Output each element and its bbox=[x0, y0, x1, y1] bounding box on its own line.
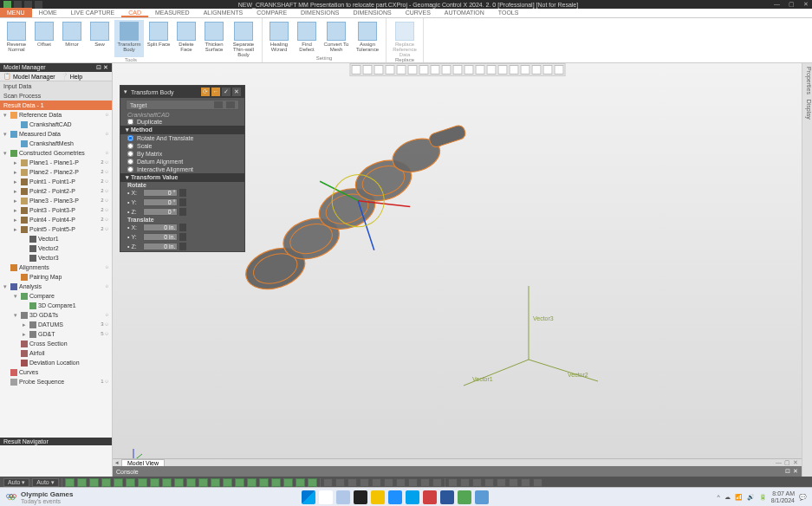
dialog-titlebar[interactable]: ▾ Transform Body ⟳ ← ✓ ✕ bbox=[120, 86, 244, 98]
vp-tool-15[interactable] bbox=[509, 65, 518, 75]
tree-item[interactable]: CrankshaftCAD bbox=[0, 120, 112, 129]
tree-header-result[interactable]: Result Data - 1 bbox=[0, 101, 112, 110]
sel-tool-8[interactable] bbox=[150, 478, 159, 487]
tree-item[interactable]: ▾Compare bbox=[0, 291, 112, 301]
translate-y-input[interactable]: 0 in. bbox=[143, 233, 178, 241]
dialog-collapse-icon[interactable]: ▾ bbox=[124, 88, 127, 95]
taskbar-clock[interactable]: 8:07 AM 8/1/2024 bbox=[771, 490, 795, 504]
panel-pin-icon[interactable]: ⊡ ✕ bbox=[96, 64, 108, 71]
reverse-normal-button[interactable]: Reverse Normal bbox=[3, 20, 29, 57]
tree-item[interactable]: Pairing Map bbox=[0, 272, 112, 282]
tab-prev-button[interactable]: ◂ bbox=[113, 459, 121, 466]
vp-tool-11[interactable] bbox=[464, 65, 473, 75]
tab-dimensions[interactable]: DIMENSIONS bbox=[294, 8, 346, 17]
tab-min-icon[interactable]: — bbox=[776, 459, 782, 466]
tab-properties[interactable]: Properties bbox=[806, 67, 812, 94]
sel-tool-12[interactable] bbox=[198, 478, 208, 487]
tab-home[interactable]: HOME bbox=[32, 8, 64, 17]
sew-button[interactable]: Sew bbox=[87, 20, 113, 57]
taskview-button[interactable] bbox=[336, 490, 350, 504]
tab-alignments[interactable]: ALIGNMENTS bbox=[197, 8, 250, 17]
vp-tool-7[interactable] bbox=[419, 65, 428, 75]
misc-tool-8[interactable] bbox=[408, 478, 418, 487]
tab-tools[interactable]: TOOLS bbox=[491, 8, 526, 17]
method-radio-2[interactable] bbox=[127, 151, 133, 157]
translate-x-spinner[interactable] bbox=[179, 224, 186, 231]
sel-tool-5[interactable] bbox=[114, 478, 123, 487]
sel-tool-16[interactable] bbox=[247, 478, 257, 487]
method-radio-3[interactable] bbox=[127, 159, 133, 165]
tray-battery-icon[interactable]: 🔋 bbox=[759, 494, 767, 501]
misc-tool-16[interactable] bbox=[509, 478, 518, 487]
right-edge-tabs[interactable]: Properties Display bbox=[802, 63, 812, 477]
translate-y-spinner[interactable] bbox=[179, 233, 186, 241]
tray-volume-icon[interactable]: 🔊 bbox=[747, 494, 755, 501]
tree-item[interactable]: ▸Point1 - Point1-P2 ○ bbox=[0, 177, 112, 186]
crankshaft-model[interactable] bbox=[208, 111, 503, 302]
vp-tool-3[interactable] bbox=[374, 65, 383, 75]
vp-tool-13[interactable] bbox=[486, 65, 496, 75]
misc-tool-6[interactable] bbox=[384, 478, 393, 487]
sel-tool-4[interactable] bbox=[101, 478, 111, 487]
tree-item[interactable]: ▸Point2 - Point2-P2 ○ bbox=[0, 186, 112, 196]
mirror-button[interactable]: Mirror bbox=[59, 20, 85, 57]
misc-tool-5[interactable] bbox=[372, 478, 381, 487]
vp-tool-8[interactable] bbox=[430, 65, 439, 75]
misc-tool-17[interactable] bbox=[521, 478, 530, 487]
tree-item[interactable]: Deviation Location bbox=[0, 358, 112, 367]
tab-dimensions-2[interactable]: DIMENSIONS bbox=[346, 8, 398, 17]
tab-automation[interactable]: AUTOMATION bbox=[438, 8, 491, 17]
tab-close-icon[interactable]: ✕ bbox=[793, 459, 798, 466]
tree-item[interactable]: ▸Plane2 - Plane2-P2 ○ bbox=[0, 167, 112, 177]
misc-tool-18[interactable] bbox=[533, 478, 542, 487]
sel-tool-2[interactable] bbox=[77, 478, 87, 487]
misc-tool-15[interactable] bbox=[497, 478, 506, 487]
tab-display[interactable]: Display bbox=[806, 100, 812, 120]
tray-chevron-icon[interactable]: ^ bbox=[717, 494, 719, 500]
tab-model-manager[interactable]: 📋 Model Manager bbox=[3, 73, 55, 80]
vp-tool-6[interactable] bbox=[407, 65, 417, 75]
tab-compare[interactable]: COMPARE bbox=[250, 8, 294, 17]
vp-tool-18[interactable] bbox=[542, 65, 552, 75]
vp-tool-17[interactable] bbox=[531, 65, 541, 75]
misc-tool-14[interactable] bbox=[484, 478, 494, 487]
translate-z-input[interactable]: 0 in. bbox=[143, 243, 178, 250]
rotate-z-spinner[interactable] bbox=[179, 208, 186, 216]
method-radio-1[interactable] bbox=[127, 143, 133, 149]
misc-tool-3[interactable] bbox=[348, 478, 357, 487]
dialog-cancel-button[interactable]: ✕ bbox=[232, 88, 241, 96]
sel-tool-13[interactable] bbox=[211, 478, 220, 487]
duplicate-checkbox[interactable] bbox=[127, 119, 133, 125]
taskbar-app-1[interactable] bbox=[354, 490, 367, 504]
delete-face-button[interactable]: Delete Face bbox=[173, 20, 199, 57]
rotate-z-input[interactable]: 0 ° bbox=[143, 208, 178, 216]
sel-mode-2[interactable]: Auto ▾ bbox=[32, 478, 58, 487]
target-picker-icon[interactable] bbox=[214, 101, 223, 108]
sel-tool-7[interactable] bbox=[138, 478, 147, 487]
tree-item[interactable]: ▸Point5 - Point5-P2 ○ bbox=[0, 224, 112, 234]
notification-button[interactable]: 💬 bbox=[799, 494, 807, 501]
tab-curves[interactable]: CURVES bbox=[399, 8, 438, 17]
sel-tool-20[interactable] bbox=[296, 478, 305, 487]
offset-button[interactable]: Offset bbox=[31, 20, 57, 57]
edge-icon[interactable] bbox=[388, 490, 402, 504]
rotate-x-spinner[interactable] bbox=[179, 189, 186, 197]
split-face-button[interactable]: Split Face bbox=[146, 20, 172, 57]
tree-item[interactable]: ▾Constructed Geometries○ bbox=[0, 148, 112, 158]
rotate-y-spinner[interactable] bbox=[179, 198, 186, 206]
target-button[interactable]: Target bbox=[126, 100, 239, 110]
thicken-surface-button[interactable]: Thicken Surface bbox=[201, 20, 227, 57]
system-tray[interactable]: ^ ☁ 📶 🔊 🔋 8:07 AM 8/1/2024 💬 bbox=[717, 490, 807, 504]
vp-tool-12[interactable] bbox=[475, 65, 484, 75]
vp-tool-19[interactable] bbox=[554, 65, 563, 75]
console-pin-icon[interactable]: ⊡ bbox=[785, 468, 790, 475]
tab-measured[interactable]: MEASURED bbox=[148, 8, 197, 17]
translate-z-spinner[interactable] bbox=[179, 243, 186, 250]
tree-item[interactable]: ▸Plane1 - Plane1-P2 ○ bbox=[0, 158, 112, 167]
tree-item[interactable]: Vector2 bbox=[0, 243, 112, 253]
misc-tool-7[interactable] bbox=[396, 478, 406, 487]
sel-tool-19[interactable] bbox=[283, 478, 293, 487]
vp-tool-16[interactable] bbox=[520, 65, 529, 75]
taskbar-news[interactable]: Olympic Games Today's events bbox=[5, 490, 73, 504]
misc-tool-2[interactable] bbox=[335, 478, 345, 487]
